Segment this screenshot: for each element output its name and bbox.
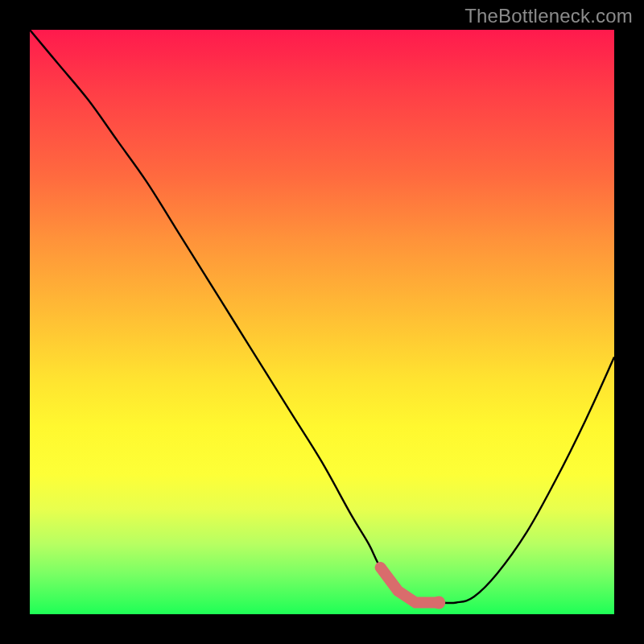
watermark-text: TheBottleneck.com <box>464 5 633 27</box>
curve-line <box>30 30 614 604</box>
chart-container: TheBottleneck.com <box>0 0 644 644</box>
trough-end-dot <box>432 597 445 609</box>
bottleneck-curve <box>30 30 614 614</box>
gradient-plot-area <box>30 30 614 614</box>
trough-highlight <box>381 568 440 603</box>
